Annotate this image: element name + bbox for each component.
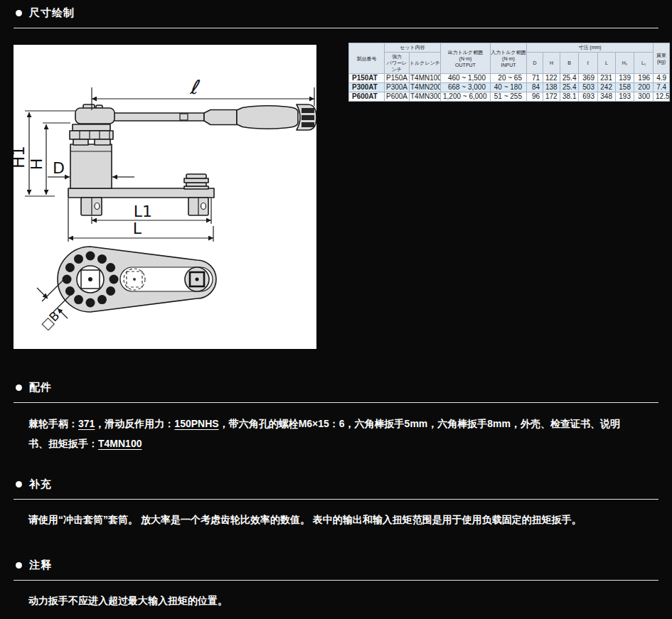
- cell-mass: 12.5: [654, 92, 670, 102]
- section-header-accessories: 配件: [14, 349, 658, 403]
- cell-mass: 7.4: [654, 83, 670, 92]
- col-dim-ℓ: ℓ: [579, 53, 598, 74]
- cell-product: P150AT: [349, 74, 385, 83]
- dim-label-d: D: [53, 159, 65, 177]
- accessory-link-T4MN100[interactable]: T4MN100: [98, 438, 142, 449]
- spec-table-body: P150ATP150AT4MN100460 ~ 1,50020 ~ 657112…: [349, 74, 670, 102]
- cell-power-wrench: P150A: [385, 74, 410, 83]
- cell-dim-D: 71: [527, 74, 543, 83]
- cell-dim-ℓ: 369: [579, 74, 598, 83]
- side-view: [68, 124, 214, 215]
- section-title-accessories: 配件: [29, 381, 52, 394]
- spec-header-row: 製品番号 セット内容 出力トルク範囲 (N·m) OUTPUT 入力トルク範囲 …: [349, 43, 670, 53]
- cell-output-range: 1,200 ~ 6,000: [441, 92, 491, 102]
- cell-dim-L₁: 300: [634, 92, 654, 102]
- cell-product: P600AT: [349, 92, 385, 102]
- cell-dim-L₁: 200: [634, 83, 654, 92]
- cell-input-range: 20 ~ 65: [491, 74, 527, 83]
- cell-dim-B: 38.1: [560, 92, 579, 102]
- col-dim-D: D: [527, 53, 543, 74]
- col-torque-wrench: トルクレンチ: [410, 53, 441, 74]
- spec-row-P600AT: P600ATP600AT4MN3001,200 ~ 6,00051 ~ 2559…: [349, 92, 670, 102]
- accessory-link-371[interactable]: 371: [78, 418, 95, 429]
- section-title-supplement: 补充: [29, 478, 52, 490]
- col-power-wrench: 強力 パワーレンチ: [385, 53, 410, 74]
- cell-torque-wrench: T4MN100: [410, 74, 441, 83]
- cell-dim-H: 172: [543, 92, 560, 102]
- dimension-drawing: ℓ H1 H D: [14, 45, 316, 349]
- torque-wrench: [75, 104, 316, 130]
- cell-power-wrench: P300A: [385, 83, 410, 92]
- dimension-lines: ℓ H1 H D: [14, 76, 314, 242]
- dim-label-h: H: [28, 158, 46, 171]
- supplement-text: 请使用“冲击套筒”套筒。 放大率是一个考虑齿轮比效率的数值。 表中的输出和输入扭…: [14, 510, 635, 529]
- cell-dim-B: 25.4: [560, 74, 579, 83]
- cell-input-range: 40 ~ 180: [491, 83, 527, 92]
- cell-input-range: 51 ~ 255: [491, 92, 527, 102]
- section-header-supplement: 补充: [14, 453, 658, 500]
- cell-dim-ℓ: 503: [579, 83, 598, 92]
- cell-torque-wrench: T4MN300: [410, 92, 441, 102]
- col-dim-H₁: H₁: [616, 53, 634, 74]
- cell-dim-H₁: 139: [616, 74, 634, 83]
- cell-mass: 4.9: [654, 74, 670, 83]
- dim-label-h1: H1: [14, 146, 28, 168]
- col-mass: 質量 (kg): [654, 43, 670, 74]
- spec-row-P300AT: P300ATP300AT4MN200668 ~ 3,00040 ~ 180841…: [349, 83, 670, 92]
- cell-dim-B: 25.4: [560, 83, 579, 92]
- col-dim-H: H: [543, 53, 560, 74]
- cell-output-range: 668 ~ 3,000: [441, 83, 491, 92]
- section-title-dimensions: 尺寸绘制: [29, 6, 75, 19]
- section-header-notes: 注释: [14, 529, 658, 581]
- spec-table: 製品番号 セット内容 出力トルク範囲 (N·m) OUTPUT 入力トルク範囲 …: [348, 43, 670, 102]
- spec-row-P150AT: P150ATP150AT4MN100460 ~ 1,50020 ~ 657112…: [349, 74, 670, 83]
- col-dim-B: B: [560, 53, 579, 74]
- cell-torque-wrench: T4MN200: [410, 83, 441, 92]
- cell-product: P300AT: [349, 83, 385, 92]
- cell-dim-H: 138: [543, 83, 560, 92]
- bullet-icon: [16, 384, 22, 391]
- col-input: 入力トルク範囲 (N·m) INPUT: [491, 43, 527, 74]
- cell-power-wrench: P600A: [385, 92, 410, 102]
- cell-dim-H₁: 193: [616, 92, 634, 102]
- dim-label-l: L: [133, 220, 142, 237]
- accessory-text-segment: 棘轮手柄：: [28, 418, 78, 429]
- section-header-dimensions: 尺寸绘制: [14, 0, 658, 28]
- cell-dim-H: 122: [543, 74, 560, 83]
- cell-dim-L: 231: [598, 74, 616, 83]
- col-group-set: セット内容: [385, 43, 441, 53]
- bullet-icon: [16, 481, 22, 488]
- bottom-view: □B: [37, 247, 216, 333]
- cell-dim-ℓ: 693: [579, 92, 598, 102]
- accessory-text-segment: ，滑动反作用力：: [95, 418, 174, 429]
- dim-label-l1: L1: [134, 203, 152, 220]
- cell-dim-L: 242: [598, 83, 616, 92]
- accessory-link-150PNHS[interactable]: 150PNHS: [174, 418, 218, 429]
- cell-dim-H₁: 158: [616, 83, 634, 92]
- cell-dim-D: 96: [527, 92, 543, 102]
- cell-output-range: 460 ~ 1,500: [441, 74, 491, 83]
- bullet-icon: [16, 562, 22, 569]
- dimensions-content: ℓ H1 H D: [14, 28, 658, 349]
- dimension-drawing-svg: ℓ H1 H D: [14, 45, 316, 349]
- cell-dim-L₁: 196: [634, 74, 654, 83]
- cell-dim-L: 348: [598, 92, 616, 102]
- dim-label-length: ℓ: [189, 76, 201, 98]
- col-group-dims: 寸法 (mm): [527, 43, 654, 53]
- cell-dim-D: 84: [527, 83, 543, 92]
- col-output: 出力トルク範囲 (N·m) OUTPUT: [441, 43, 491, 74]
- col-dim-L₁: L₁: [634, 53, 654, 74]
- dim-label-b: □B: [38, 308, 63, 333]
- product-spec-page: 尺寸绘制: [0, 0, 672, 619]
- accessories-text: 棘轮手柄：371，滑动反作用力：150PNHS，带六角孔的螺栓M6×15：6，六…: [14, 414, 635, 453]
- section-title-notes: 注释: [29, 559, 52, 571]
- notes-text: 动力扳手不应进入超过最大输入扭矩的位置。: [14, 591, 635, 610]
- bullet-icon: [16, 10, 22, 16]
- col-dim-L: L: [598, 53, 616, 74]
- col-product: 製品番号: [349, 43, 385, 74]
